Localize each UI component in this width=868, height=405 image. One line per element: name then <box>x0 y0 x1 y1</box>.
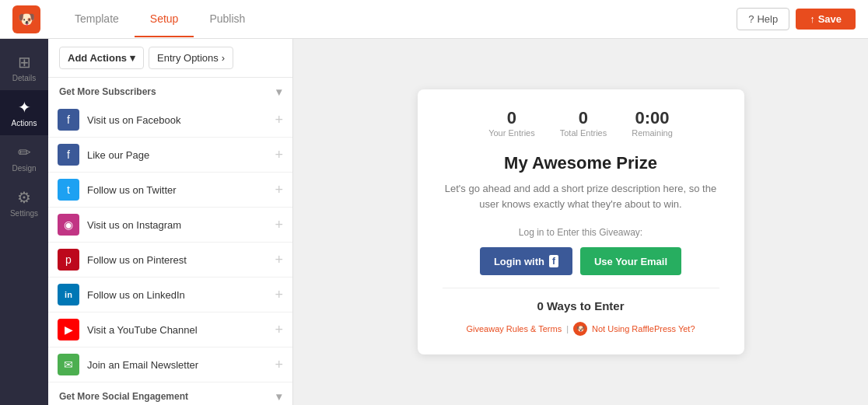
rafflepress-logo: 🐶 <box>573 322 587 336</box>
add-icon[interactable]: + <box>275 147 283 163</box>
section-chevron-icon: ▾ <box>276 390 282 403</box>
ways-to-enter: 0 Ways to Enter <box>443 288 719 312</box>
chevron-right-icon: › <box>222 52 225 64</box>
save-icon: ↑ <box>810 13 815 25</box>
remaining-stat: 0:00 Remaining <box>632 108 673 138</box>
rules-link[interactable]: Giveaway Rules & Terms <box>466 324 562 333</box>
chevron-down-icon: ▾ <box>130 52 135 64</box>
panel-header: Add Actions ▾ Entry Options › <box>48 39 292 78</box>
your-entries-stat: 0 Your Entries <box>488 108 535 138</box>
save-button[interactable]: ↑ Save <box>796 9 856 30</box>
sidebar-item-details[interactable]: ⊞ Details <box>0 45 48 90</box>
section-subscribers-header[interactable]: Get More Subscribers ▾ <box>48 78 292 103</box>
login-buttons: Login with f Use Your Email <box>443 247 719 275</box>
middle-panel: Add Actions ▾ Entry Options › Get More S… <box>48 39 293 405</box>
actions-icon: ✦ <box>18 98 31 117</box>
panel-content: Get More Subscribers ▾ f Visit us on Fac… <box>48 78 292 405</box>
linkedin-icon: in <box>58 284 79 305</box>
action-item-instagram-visit[interactable]: ◉ Visit us on Instagram + <box>48 208 292 243</box>
stats-row: 0 Your Entries 0 Total Entries 0:00 Rema… <box>443 108 719 138</box>
entry-options-button[interactable]: Entry Options › <box>149 47 233 69</box>
not-using-link[interactable]: Not Using RafflePress Yet? <box>592 324 695 333</box>
giveaway-card: 0 Your Entries 0 Total Entries 0:00 Rema… <box>418 89 744 354</box>
email-login-button[interactable]: Use Your Email <box>580 247 681 275</box>
action-item-facebook-visit[interactable]: f Visit us on Facebook + <box>48 103 292 138</box>
sidebar-item-settings[interactable]: ⚙ Settings <box>0 180 48 225</box>
section-chevron-icon: ▾ <box>276 86 282 98</box>
facebook-icon: f <box>58 109 79 131</box>
twitter-icon: t <box>58 179 79 201</box>
add-actions-button[interactable]: Add Actions ▾ <box>59 47 144 69</box>
add-icon[interactable]: + <box>275 112 283 128</box>
sidebar-item-design[interactable]: ✏ Design <box>0 135 48 180</box>
youtube-icon: ▶ <box>58 319 79 340</box>
app-logo: 🐶 <box>12 5 40 33</box>
giveaway-description: Let's go ahead and add a short prize des… <box>443 181 719 211</box>
add-icon[interactable]: + <box>275 217 283 233</box>
action-item-twitter-follow[interactable]: t Follow us on Twitter + <box>48 173 292 208</box>
action-item-email-newsletter[interactable]: ✉ Join an Email Newsletter + <box>48 347 292 382</box>
action-item-youtube-visit[interactable]: ▶ Visit a YouTube Channel + <box>48 312 292 347</box>
action-item-pinterest-follow[interactable]: p Follow us on Pinterest + <box>48 243 292 278</box>
email-icon: ✉ <box>58 354 79 375</box>
settings-icon: ⚙ <box>17 188 31 207</box>
tab-template[interactable]: Template <box>59 2 135 37</box>
fb-icon: f <box>549 255 558 267</box>
facebook-login-button[interactable]: Login with f <box>480 247 572 275</box>
action-item-linkedin-follow[interactable]: in Follow us on LinkedIn + <box>48 278 292 312</box>
help-button[interactable]: ? Help <box>737 8 789 30</box>
facebook-like-icon: f <box>58 144 79 166</box>
section-social-header[interactable]: Get More Social Engagement ▾ <box>48 382 292 405</box>
footer-separator: | <box>566 324 569 333</box>
preview-panel: 0 Your Entries 0 Total Entries 0:00 Rema… <box>293 39 868 405</box>
sidebar: ⊞ Details ✦ Actions ✏ Design ⚙ Settings <box>0 39 48 405</box>
action-item-facebook-like[interactable]: f Like our Page + <box>48 138 292 173</box>
pinterest-icon: p <box>58 249 79 271</box>
add-icon[interactable]: + <box>275 182 283 198</box>
total-entries-stat: 0 Total Entries <box>560 108 607 138</box>
add-icon[interactable]: + <box>275 357 283 373</box>
design-icon: ✏ <box>18 143 31 162</box>
tab-publish[interactable]: Publish <box>194 2 261 37</box>
tab-setup[interactable]: Setup <box>135 2 194 37</box>
login-prompt: Log in to Enter this Giveaway: <box>443 227 719 238</box>
add-icon[interactable]: + <box>275 322 283 338</box>
grid-icon: ⊞ <box>18 53 31 72</box>
sidebar-item-actions[interactable]: ✦ Actions <box>0 90 48 135</box>
instagram-icon: ◉ <box>58 214 79 236</box>
nav-tabs: Template Setup Publish <box>59 2 261 37</box>
add-icon[interactable]: + <box>275 287 283 303</box>
add-icon[interactable]: + <box>275 252 283 268</box>
help-icon: ? <box>748 13 754 25</box>
card-footer: Giveaway Rules & Terms | 🐶 Not Using Raf… <box>443 322 719 336</box>
giveaway-title: My Awesome Prize <box>443 153 719 173</box>
